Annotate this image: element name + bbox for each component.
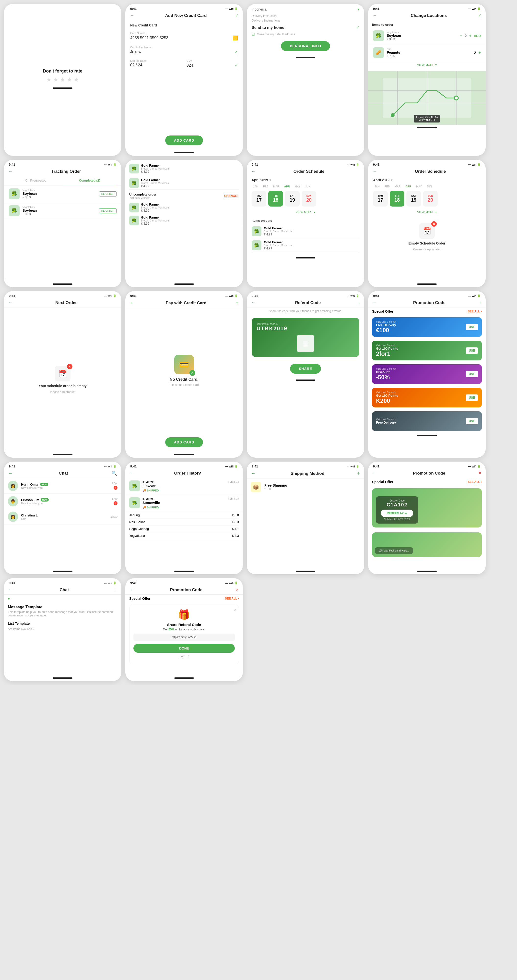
star-1[interactable]: ★: [46, 76, 52, 83]
date-sun[interactable]: SUN 20: [423, 191, 438, 207]
month-tab-jan[interactable]: JAN: [252, 184, 260, 189]
add-card-button[interactable]: ADD CARD: [165, 438, 203, 447]
month-tab-jan[interactable]: JAN: [373, 184, 381, 189]
add-card-section: ADD CARD: [125, 433, 243, 452]
change-button[interactable]: CHANGE ›: [224, 194, 239, 198]
back-button[interactable]: ←: [251, 300, 255, 305]
back-button[interactable]: ←: [373, 169, 377, 174]
order-info-2: Vegetables Soybean € 3.53: [22, 206, 99, 216]
use-button-4[interactable]: USE: [466, 395, 478, 401]
search-icon[interactable]: 🔍: [112, 471, 117, 476]
back-button[interactable]: ←: [251, 471, 255, 476]
date-sun[interactable]: SUN 20: [301, 191, 316, 207]
month-tab-feb[interactable]: FEB: [383, 184, 391, 189]
status-bar: 9:41 ▪▪▪ wifi 🔋: [4, 461, 121, 469]
share-icon[interactable]: ↑: [479, 301, 482, 305]
done-button[interactable]: DONE: [133, 644, 235, 653]
use-button-2[interactable]: USE: [466, 347, 478, 354]
see-all-button[interactable]: SEE ALL ›: [468, 480, 482, 484]
country-dropdown-icon[interactable]: ▾: [358, 7, 359, 11]
back-button[interactable]: ←: [373, 13, 377, 18]
back-button[interactable]: ←: [8, 471, 13, 476]
next-order-screen: 9:41 ▪▪▪ wifi 🔋 ← Next Order 📅 × Your sc…: [4, 291, 121, 458]
view-more-btn[interactable]: VIEW MORE ▾: [368, 61, 486, 68]
back-button[interactable]: ←: [130, 587, 134, 592]
date-thu[interactable]: THU 17: [252, 191, 266, 207]
reorder-button-1[interactable]: RE-ORDER: [99, 191, 117, 196]
close-icon[interactable]: ×: [236, 587, 238, 592]
view-more-btn[interactable]: VIEW MORE ▾: [368, 208, 486, 216]
redeem-button[interactable]: REDEEM NOW: [381, 510, 413, 517]
month-dropdown-icon[interactable]: ▾: [270, 178, 271, 182]
status-icons: ▪▪▪ wifi 🔋: [468, 294, 481, 298]
add-button[interactable]: +: [235, 300, 238, 306]
month-tab-mar[interactable]: MAR: [393, 184, 402, 189]
back-button[interactable]: ←: [373, 300, 377, 305]
confirm-button[interactable]: ✓: [235, 13, 238, 18]
chat-info-3: Christina L 8am: [21, 513, 107, 520]
qty-minus-1[interactable]: −: [460, 33, 462, 38]
back-button[interactable]: ←: [251, 169, 255, 174]
more-options-icon[interactable]: ···: [113, 587, 117, 592]
confirm-button[interactable]: ✓: [478, 13, 481, 18]
date-thu[interactable]: THU 17: [373, 191, 388, 207]
month-dropdown-icon[interactable]: ▾: [391, 178, 392, 182]
home-indicator: [174, 283, 194, 285]
qty-plus-2[interactable]: +: [479, 51, 481, 55]
star-3[interactable]: ★: [60, 76, 65, 83]
tab-completed[interactable]: Completed (2): [63, 176, 117, 185]
personal-info-button[interactable]: PERSONAL INFO: [281, 41, 330, 51]
date-sat[interactable]: SAT 19: [285, 191, 300, 207]
chat-contact-2[interactable]: 👨 Ericson Lim NEW New items for you 1 Ap…: [4, 494, 121, 509]
back-button[interactable]: ←: [130, 301, 134, 305]
back-button[interactable]: ←: [8, 300, 13, 305]
add-shipping-button[interactable]: +: [357, 471, 360, 476]
star-4[interactable]: ★: [67, 76, 72, 83]
add-card-button[interactable]: ADD CARD: [165, 135, 203, 145]
share-button[interactable]: SHARE: [290, 364, 321, 374]
share-icon[interactable]: ↑: [358, 301, 360, 305]
use-button-3[interactable]: USE: [466, 371, 478, 377]
pay-credit-screen: 9:41 ▪▪▪ wifi 🔋 ← Pay with Credit Card +…: [125, 291, 243, 458]
back-button[interactable]: ←: [373, 471, 377, 476]
view-more-btn[interactable]: VIEW MORE ▾: [247, 208, 364, 216]
month-tab-feb[interactable]: FEB: [262, 184, 270, 189]
see-all-button[interactable]: SEE ALL ›: [468, 310, 482, 313]
close-icon[interactable]: ×: [479, 471, 481, 476]
add-link-1[interactable]: ADD: [474, 34, 481, 38]
month-tab-apr[interactable]: APR: [404, 184, 413, 189]
month-tab-jun[interactable]: JUN: [425, 184, 433, 189]
chat-contact-3[interactable]: 👩 Christina L 8am 23 Mar: [4, 509, 121, 525]
month-tab-mar[interactable]: MAR: [272, 184, 281, 189]
later-button[interactable]: LATER: [133, 653, 235, 660]
month-tab-apr[interactable]: APR: [283, 184, 291, 189]
date-sat[interactable]: SAT 19: [406, 191, 421, 207]
chat-notification-1: !: [114, 486, 117, 490]
date-fri[interactable]: FRI 18: [268, 191, 283, 207]
use-button-1[interactable]: USE: [466, 324, 478, 330]
credit-card-screen: 9:41 ▪▪▪ wifi 🔋 ← Add New Credit Card ✓ …: [125, 4, 243, 156]
month-tab-may[interactable]: MAY: [293, 184, 302, 189]
back-button[interactable]: ←: [130, 13, 134, 18]
back-button[interactable]: ←: [8, 587, 13, 592]
see-all-button[interactable]: SEE ALL ›: [225, 597, 239, 600]
use-button-5[interactable]: USE: [466, 418, 478, 424]
star-5[interactable]: ★: [74, 76, 79, 83]
month-tab-may[interactable]: MAY: [415, 184, 423, 189]
home-indicator: [296, 380, 315, 381]
star-rating[interactable]: ★ ★ ★ ★ ★: [46, 76, 79, 83]
reorder-button-2[interactable]: RE-ORDER: [99, 208, 117, 213]
checkbox-icon[interactable]: ☑: [252, 32, 255, 36]
tab-on-progressed[interactable]: On Progressed: [9, 176, 63, 185]
star-2[interactable]: ★: [53, 76, 59, 83]
back-button[interactable]: ←: [130, 471, 134, 476]
modal-close-button[interactable]: ×: [234, 608, 236, 612]
date-fri[interactable]: FRI 18: [390, 191, 404, 207]
chat-contact-1[interactable]: 👩 Hurin Omar NEW New items for you 2 Apr…: [4, 478, 121, 494]
schedule-item-name-1: Gold Farmer: [264, 226, 293, 230]
promo-text-4: Valid until 3 month Get 100 Points K200: [376, 391, 466, 404]
month-tab-jun[interactable]: JUN: [304, 184, 312, 189]
back-button[interactable]: ←: [8, 169, 13, 174]
qty-plus-1[interactable]: +: [469, 33, 471, 38]
nav-title: Promotion Code: [136, 587, 236, 592]
